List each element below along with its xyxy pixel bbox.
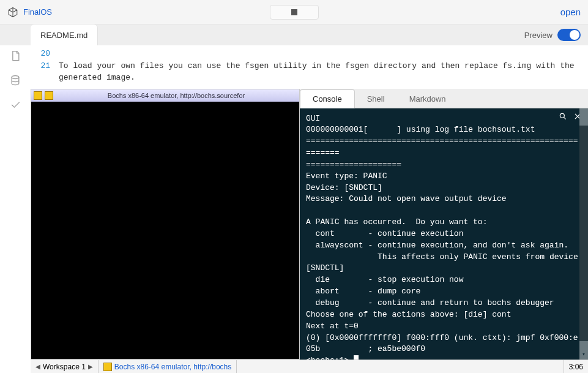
line-number: 20 — [31, 48, 59, 60]
tab-shell[interactable]: Shell — [355, 90, 397, 108]
stop-button[interactable] — [270, 5, 319, 20]
emulator-titlebar[interactable]: Bochs x86-64 emulator, http://bochs.sour… — [31, 89, 299, 102]
open-link[interactable]: open — [560, 7, 581, 17]
file-tab-row: README.md Preview — [0, 24, 588, 45]
file-icon[interactable] — [9, 49, 22, 62]
code-line: 20 — [31, 48, 588, 60]
scrollbar-thumb[interactable] — [579, 341, 588, 351]
file-tab-label: README.md — [40, 31, 87, 40]
file-tab-readme[interactable]: README.md — [31, 24, 98, 45]
code-text: To load your own files you can use the f… — [59, 60, 588, 84]
brand-name: FinalOS — [23, 7, 52, 17]
line-number: 21 — [31, 60, 59, 84]
scrollbar-thumb[interactable] — [579, 108, 588, 126]
console-scrollbar[interactable]: ▾ — [579, 108, 588, 360]
bochs-icon — [103, 363, 112, 371]
code-preview: 20 21 To load your own files you can use… — [31, 45, 588, 89]
workspace-switcher[interactable]: ◀ Workspace 1 ▶ — [31, 360, 99, 373]
preview-toggle-group: Preview — [524, 29, 588, 41]
check-icon[interactable] — [9, 98, 22, 111]
brand-logo-icon — [7, 7, 18, 18]
preview-toggle[interactable] — [557, 29, 581, 41]
preview-label: Preview — [524, 31, 553, 40]
cursor-icon — [354, 355, 359, 360]
database-icon[interactable] — [9, 73, 22, 87]
console-output[interactable]: GUI 00000000000i[ ] using log file bochs… — [300, 108, 588, 360]
emulator-screen[interactable] — [31, 102, 299, 360]
brand[interactable]: FinalOS — [7, 7, 52, 18]
taskbar-clock: 3:06 — [564, 360, 588, 373]
code-line: 21 To load your own files you can use th… — [31, 60, 588, 84]
svg-point-1 — [560, 113, 564, 118]
bochs-icon — [45, 91, 53, 100]
toggle-knob — [570, 30, 579, 40]
tab-markdown[interactable]: Markdown — [397, 90, 458, 108]
console-text: GUI 00000000000i[ ] using log file bochs… — [306, 114, 583, 360]
code-text — [59, 48, 588, 60]
emulator-window: Bochs x86-64 emulator, http://bochs.sour… — [31, 89, 300, 360]
chevron-left-icon: ◀ — [35, 363, 40, 370]
scroll-down-icon[interactable]: ▾ — [579, 351, 588, 360]
svg-point-0 — [12, 76, 19, 79]
tab-console[interactable]: Console — [300, 89, 355, 108]
stop-icon — [291, 9, 297, 15]
taskbar: ◀ Workspace 1 ▶ Bochs x86-64 emulator, h… — [31, 360, 588, 373]
workspace-label: Workspace 1 — [43, 363, 86, 371]
top-bar: FinalOS open — [0, 0, 588, 24]
console-tab-row: Console Shell Markdown — [300, 89, 588, 108]
chevron-right-icon: ▶ — [88, 363, 93, 370]
left-sidebar — [0, 45, 31, 373]
taskbar-window-button[interactable]: Bochs x86-64 emulator, http://bochs — [99, 360, 237, 373]
search-icon[interactable] — [559, 112, 567, 121]
taskbar-window-label: Bochs x86-64 emulator, http://bochs — [114, 363, 231, 371]
clock-text: 3:06 — [569, 363, 583, 371]
bochs-icon — [34, 91, 42, 100]
emulator-title: Bochs x86-64 emulator, http://bochs.sour… — [56, 92, 297, 99]
